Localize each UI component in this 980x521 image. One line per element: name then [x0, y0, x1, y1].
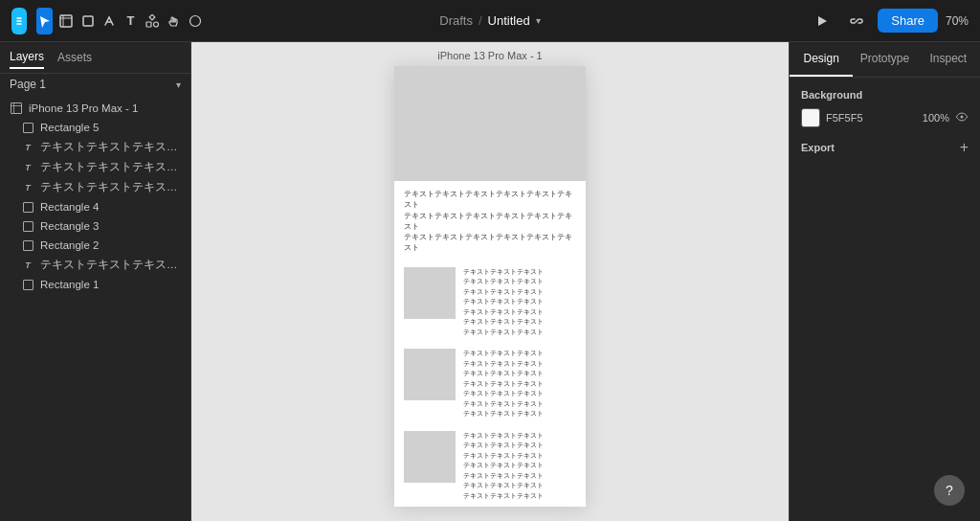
- tool-shape[interactable]: [79, 8, 95, 34]
- tool-comment[interactable]: [188, 8, 203, 34]
- page-label: Page 1: [10, 78, 46, 91]
- tab-prototype[interactable]: Prototype: [853, 42, 916, 77]
- present-icon[interactable]: [809, 8, 835, 34]
- export-title: Export: [801, 142, 835, 153]
- svg-marker-9: [818, 16, 827, 26]
- layer-label-text4: テキストテキストテキスト テキ...: [40, 258, 181, 272]
- rectangle2: [404, 431, 456, 483]
- frame-list-text-1: テキストテキストテキスト テキストテキストテキスト テキストテキストテキスト テ…: [463, 267, 544, 338]
- layer-label-rect3: Rectangle 3: [40, 220, 99, 232]
- tool-hand[interactable]: [166, 8, 181, 34]
- layer-rect5[interactable]: Rectangle 5: [0, 118, 190, 137]
- rectangle3: [404, 349, 456, 400]
- background-row: F5F5F5 100%: [801, 108, 969, 127]
- canvas[interactable]: iPhone 13 Pro Max - 1 テキストテキストテキストテキストテキ…: [191, 42, 789, 521]
- breadcrumb-current[interactable]: Untitled: [488, 13, 530, 28]
- text-icon4: T: [21, 259, 34, 272]
- tool-select[interactable]: [36, 8, 52, 34]
- layer-label-text1: テキストテキストテキスト テキ...: [40, 140, 181, 154]
- rect-icon2: [21, 238, 34, 252]
- layer-iphone-frame[interactable]: iPhone 13 Pro Max - 1: [0, 99, 190, 118]
- svg-point-8: [189, 15, 200, 26]
- tool-text[interactable]: T: [122, 8, 138, 34]
- background-opacity[interactable]: 100%: [923, 112, 949, 124]
- right-panel: Background F5F5F5 100% Export +: [790, 78, 980, 168]
- main-area: Layers Assets Page 1 ▾ iPhone 13 Pro Max…: [0, 42, 980, 521]
- tab-assets[interactable]: Assets: [57, 51, 92, 68]
- frame-list-item-3: テキストテキストテキスト テキストテキストテキスト テキストテキストテキスト テ…: [394, 425, 586, 508]
- right-tabs: Design Prototype Inspect: [790, 42, 980, 78]
- sidebar-right: Design Prototype Inspect Background F5F5…: [789, 42, 980, 521]
- zoom-level[interactable]: 70%: [946, 14, 969, 28]
- tool-pen[interactable]: [101, 8, 117, 34]
- tab-inspect[interactable]: Inspect: [917, 42, 980, 77]
- svg-rect-4: [83, 16, 93, 26]
- toolbar-right: Share 70%: [777, 8, 969, 34]
- page-item[interactable]: Page 1 ▾: [0, 74, 190, 95]
- layer-label-rect5: Rectangle 5: [40, 122, 99, 133]
- svg-rect-15: [23, 221, 33, 231]
- text-icon: T: [21, 141, 34, 154]
- toolbar: T Drafts / Untitled ▾: [0, 0, 980, 42]
- layer-label-text2: テキストテキストテキスト テキ...: [40, 160, 181, 174]
- layer-rect4[interactable]: Rectangle 4: [0, 197, 190, 216]
- svg-rect-16: [23, 240, 33, 250]
- svg-rect-5: [149, 14, 155, 20]
- share-link-icon[interactable]: [843, 8, 870, 34]
- tab-layers[interactable]: Layers: [10, 50, 44, 69]
- svg-point-7: [153, 22, 158, 27]
- frame-icon: [10, 102, 23, 115]
- help-button[interactable]: ?: [934, 475, 965, 506]
- frame-list-item-2: テキストテキストテキスト テキストテキストテキスト テキストテキストテキスト テ…: [394, 343, 586, 425]
- breadcrumb-parent[interactable]: Drafts: [439, 13, 473, 28]
- export-row: Export +: [801, 139, 969, 156]
- svg-rect-6: [146, 22, 151, 27]
- background-color-swatch[interactable]: [801, 108, 820, 127]
- sidebar-tabs: Layers Assets: [0, 42, 190, 74]
- svg-rect-17: [23, 280, 33, 289]
- layer-text1[interactable]: T テキストテキストテキスト テキ...: [0, 137, 190, 157]
- layer-rect3[interactable]: Rectangle 3: [0, 216, 190, 236]
- visibility-icon[interactable]: [955, 111, 969, 125]
- layer-label-rect2: Rectangle 2: [40, 239, 99, 251]
- export-add-button[interactable]: +: [960, 139, 969, 156]
- breadcrumb-separator: /: [479, 13, 482, 28]
- text-icon2: T: [21, 161, 34, 174]
- rect-icon4: [21, 200, 34, 214]
- frame-list-item-1: テキストテキストテキスト テキストテキストテキスト テキストテキストテキスト テ…: [394, 261, 586, 344]
- frame-body-text: テキストテキストテキストテキストテキストテキスト テキストテキストテキストテキス…: [394, 181, 586, 261]
- breadcrumb-chevron-icon[interactable]: ▾: [536, 15, 541, 26]
- layer-rect1[interactable]: Rectangle 1: [0, 275, 190, 294]
- frame-list-text-2: テキストテキストテキスト テキストテキストテキスト テキストテキストテキスト テ…: [463, 349, 544, 419]
- breadcrumb: Drafts / Untitled ▾: [439, 13, 540, 28]
- tool-components[interactable]: [145, 8, 160, 34]
- rectangle4: [404, 267, 456, 319]
- svg-point-18: [961, 116, 964, 119]
- tool-frame[interactable]: [58, 8, 74, 34]
- background-title: Background: [801, 89, 969, 101]
- layer-text3[interactable]: T テキストテキストテキスト テキ...: [0, 177, 190, 197]
- svg-rect-10: [11, 103, 22, 114]
- rect-icon1: [21, 278, 34, 291]
- layer-rect2[interactable]: Rectangle 2: [0, 236, 190, 255]
- toolbar-center: Drafts / Untitled ▾: [203, 13, 777, 28]
- layer-label-rect1: Rectangle 1: [40, 279, 99, 290]
- layer-text2[interactable]: T テキストテキストテキスト テキ...: [0, 157, 190, 177]
- layer-label-text3: テキストテキストテキスト テキ...: [40, 180, 181, 194]
- layer-label-rect4: Rectangle 4: [40, 201, 99, 213]
- tab-design[interactable]: Design: [790, 42, 853, 77]
- frame-label: iPhone 13 Pro Max - 1: [437, 50, 542, 61]
- figma-logo[interactable]: [11, 8, 27, 34]
- toolbar-left: T: [11, 8, 203, 34]
- frame-list-text-3: テキストテキストテキスト テキストテキストテキスト テキストテキストテキスト テ…: [463, 431, 544, 502]
- layer-label-iphone: iPhone 13 Pro Max - 1: [29, 102, 138, 114]
- svg-rect-14: [23, 202, 33, 212]
- phone-frame[interactable]: テキストテキストテキストテキストテキストテキスト テキストテキストテキストテキス…: [394, 66, 586, 507]
- layer-text4[interactable]: T テキストテキストテキスト テキ...: [0, 255, 190, 275]
- share-button[interactable]: Share: [878, 9, 938, 33]
- text-icon3: T: [21, 181, 34, 194]
- rect-icon: [21, 121, 34, 134]
- background-hex[interactable]: F5F5F5: [826, 112, 917, 124]
- svg-rect-13: [23, 123, 33, 132]
- layers-list: iPhone 13 Pro Max - 1 Rectangle 5 T テキスト…: [0, 95, 190, 521]
